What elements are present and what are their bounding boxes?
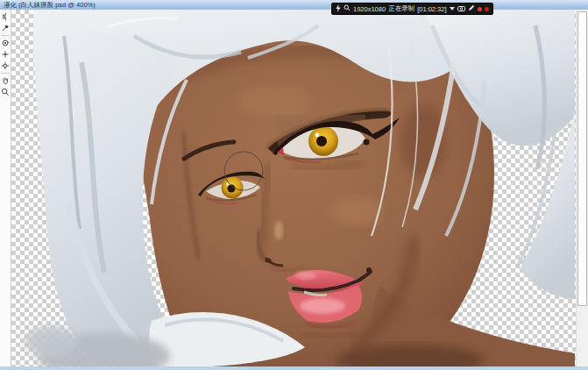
recording-resolution: 1920x1080	[353, 5, 386, 13]
window-bottom-edge	[0, 366, 588, 370]
stop-dot[interactable]	[485, 7, 489, 11]
bloat-icon	[1, 61, 10, 70]
liquify-toolbar	[0, 10, 11, 366]
zoom-tool[interactable]	[0, 87, 11, 97]
twirl-clockwise-icon	[1, 39, 10, 47]
window-body	[0, 10, 588, 366]
forward-warp-tool[interactable]	[0, 11, 11, 22]
reconstruct-tool[interactable]	[0, 23, 11, 33]
window-title: 液化 (白人妹摸脸.psd @ 400%)	[4, 1, 96, 9]
magnifier-icon[interactable]	[344, 4, 351, 13]
hand-icon	[1, 76, 10, 85]
toolbar-separator	[1, 73, 10, 74]
artwork-portrait	[11, 10, 575, 366]
forward-warp-icon	[1, 12, 10, 21]
camera-icon[interactable]	[457, 5, 465, 13]
liquify-canvas[interactable]	[11, 10, 576, 366]
window-titlebar[interactable]: 液化 (白人妹摸脸.psd @ 400%)	[0, 0, 588, 10]
bloat-tool[interactable]	[0, 60, 11, 71]
vertical-scrollbar[interactable]	[576, 10, 588, 366]
toolbar-separator	[1, 35, 10, 36]
record-dot[interactable]	[478, 7, 482, 11]
zoom-icon	[1, 88, 10, 96]
vertical-scrollbar-thumb[interactable]	[577, 11, 587, 306]
pencil-icon[interactable]	[468, 4, 475, 13]
screen-recorder-bar: 1920x1080 正在录制 [01:02:32]	[331, 3, 493, 15]
hand-tool[interactable]	[0, 75, 11, 86]
recording-elapsed-time: [01:02:32]	[417, 5, 446, 13]
dropdown-caret-icon[interactable]	[450, 7, 455, 11]
pucker-tool[interactable]	[0, 49, 11, 60]
liquify-dialog-window: 液化 (白人妹摸脸.psd @ 400%)	[0, 0, 588, 370]
recording-status-label: 正在录制	[388, 4, 414, 13]
twirl-clockwise-tool[interactable]	[0, 38, 11, 48]
reconstruct-icon	[1, 24, 10, 32]
lightning-icon	[336, 4, 341, 14]
pucker-icon	[1, 50, 10, 59]
mole	[363, 139, 369, 145]
